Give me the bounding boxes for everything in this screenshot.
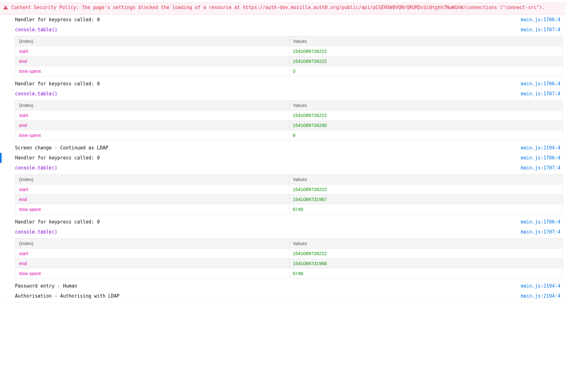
console-log-row[interactable]: Handler for keypress called: 0main.js:17… — [0, 15, 566, 25]
row-value: 8 — [289, 130, 563, 140]
column-header-index[interactable]: (index) — [15, 239, 289, 249]
row-value: 1541089726230 — [289, 120, 563, 130]
console-log-row[interactable]: Handler for keypress called: 0main.js:17… — [0, 217, 566, 227]
column-header-index[interactable]: (index) — [15, 100, 289, 110]
log-message: console.table() — [15, 26, 521, 33]
row-key: start — [15, 46, 289, 56]
console-table: (index)Valuesstart1541089726222end154108… — [15, 174, 563, 214]
console-table: (index)Valuesstart1541089726222end154108… — [15, 238, 563, 279]
log-message: Authorisation - Authorising with LDAP — [15, 292, 521, 300]
svg-rect-1 — [5, 8, 6, 9]
row-key: start — [15, 184, 289, 194]
source-location[interactable]: main.js:1707:4 — [521, 26, 563, 33]
log-message: Screen change - Continued as LDAP — [15, 144, 521, 152]
row-key: end — [15, 120, 289, 130]
table-row[interactable]: time spent8 — [15, 130, 563, 140]
svg-rect-0 — [5, 7, 6, 8]
column-header-index[interactable]: (index) — [15, 174, 289, 184]
divider — [0, 302, 566, 303]
log-message: Handler for keypress called: 0 — [15, 80, 521, 88]
table-row[interactable]: time spent5745 — [15, 204, 563, 214]
source-location[interactable]: main.js:1707:4 — [521, 90, 563, 98]
row-value: 1541089726222 — [289, 110, 563, 120]
console-log-row[interactable]: console.table()main.js:1707:4 — [0, 227, 566, 237]
source-location[interactable]: main.js:2194:4 — [521, 292, 563, 300]
row-key: end — [15, 56, 289, 66]
log-message: console.table() — [15, 228, 521, 236]
console-error[interactable]: Content Security Policy: The page's sett… — [0, 2, 566, 15]
log-message: Password entry - Human — [15, 282, 521, 290]
console-log-row[interactable]: console.table()main.js:1707:4 — [0, 25, 566, 35]
row-value: 1541089731967 — [289, 194, 563, 204]
source-location[interactable]: main.js:1706:4 — [521, 154, 563, 162]
column-header-values[interactable]: Values — [289, 174, 563, 184]
console-log-row[interactable]: Handler for keypress called: 0main.js:17… — [0, 79, 566, 89]
console-log-row[interactable]: Authorisation - Authorising with LDAPmai… — [0, 291, 566, 301]
column-header-values[interactable]: Values — [289, 100, 563, 110]
row-key: start — [15, 110, 289, 120]
row-key: time spent — [15, 204, 289, 214]
source-location[interactable]: main.js:1706:4 — [521, 218, 563, 226]
console-log-row[interactable]: console.table()main.js:1707:4 — [0, 89, 566, 99]
console-table: (index)Valuesstart1541089726222end154108… — [15, 100, 563, 140]
table-row[interactable]: start1541089726222 — [15, 184, 563, 194]
console-log-row[interactable]: console.table()main.js:1707:4 — [0, 163, 566, 173]
console-log-row[interactable]: Password entry - Humanmain.js:2194:4 — [0, 281, 566, 291]
row-key: end — [15, 194, 289, 204]
column-header-index[interactable]: (index) — [15, 36, 289, 46]
row-key: time spent — [15, 66, 289, 76]
table-row[interactable]: time spent0 — [15, 66, 563, 76]
table-row[interactable]: start1541089726222 — [15, 248, 563, 258]
table-row[interactable]: end1541089726222 — [15, 56, 563, 66]
source-location[interactable]: main.js:1707:4 — [521, 228, 563, 236]
log-message: console.table() — [15, 164, 521, 172]
row-key: time spent — [15, 268, 289, 278]
source-location[interactable]: main.js:1706:4 — [521, 16, 563, 23]
source-location[interactable]: main.js:1707:4 — [521, 164, 563, 172]
table-row[interactable]: end1541089731967 — [15, 194, 563, 204]
row-key: time spent — [15, 130, 289, 140]
console-log-row[interactable]: Handler for keypress called: 0main.js:17… — [0, 153, 566, 163]
error-message: Content Security Policy: The page's sett… — [11, 4, 545, 11]
console-output: Content Security Policy: The page's sett… — [0, 0, 566, 304]
row-value: 5745 — [289, 204, 563, 214]
row-value: 1541089726222 — [289, 46, 563, 56]
row-value: 0 — [289, 66, 563, 76]
table-row[interactable]: end1541089726230 — [15, 120, 563, 130]
row-key: end — [15, 258, 289, 268]
row-value: 1541089726222 — [289, 184, 563, 194]
log-message: Handler for keypress called: 0 — [15, 218, 521, 226]
warning-icon — [3, 5, 8, 10]
console-log-row[interactable]: Screen change - Continued as LDAPmain.js… — [0, 143, 566, 153]
row-value: 5746 — [289, 268, 563, 278]
row-value: 1541089726222 — [289, 56, 563, 66]
source-location[interactable]: main.js:2194:4 — [521, 282, 563, 290]
table-row[interactable]: time spent5746 — [15, 268, 563, 278]
column-header-values[interactable]: Values — [289, 239, 563, 249]
log-message: Handler for keypress called: 0 — [15, 16, 521, 23]
log-message: console.table() — [15, 90, 521, 98]
row-key: start — [15, 248, 289, 258]
column-header-values[interactable]: Values — [289, 36, 563, 46]
log-message: Handler for keypress called: 0 — [15, 154, 521, 162]
source-location[interactable]: main.js:2194:4 — [521, 144, 563, 152]
table-row[interactable]: end1541089731968 — [15, 258, 563, 268]
source-location[interactable]: main.js:1706:4 — [521, 80, 563, 88]
table-row[interactable]: start1541089726222 — [15, 110, 563, 120]
table-row[interactable]: start1541089726222 — [15, 46, 563, 56]
console-table: (index)Valuesstart1541089726222end154108… — [15, 36, 563, 76]
row-value: 1541089726222 — [289, 248, 563, 258]
row-value: 1541089731968 — [289, 258, 563, 268]
